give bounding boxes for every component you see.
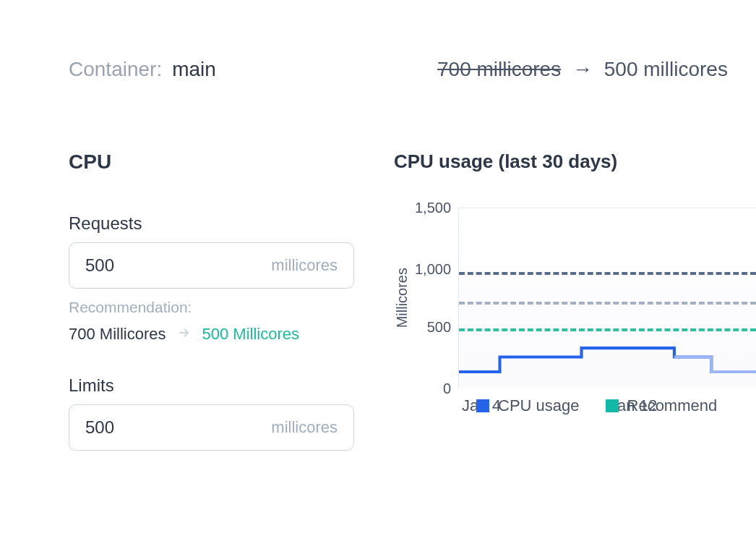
container-label: Container: xyxy=(69,58,162,81)
header-change: 700 millicores → 500 millicores xyxy=(437,58,728,81)
recommendation-to: 500 Millicores xyxy=(202,325,300,344)
requests-label: Requests xyxy=(69,213,354,234)
y-tick: 1,000 xyxy=(415,262,451,276)
recommendation-row: 700 Millicores 500 Millicores xyxy=(69,325,354,344)
requests-input-group[interactable]: millicores xyxy=(69,242,354,289)
container-name: main xyxy=(172,58,216,81)
change-new: 500 millicores xyxy=(604,58,728,80)
y-tick: 500 xyxy=(415,320,451,334)
recommendation-label: Recommendation: xyxy=(69,299,354,316)
chart-legend: CPU usage Recommend xyxy=(476,396,717,415)
chart-wrap: Millicores 1,500 1,000 500 0 Jan 4 Jan 1… xyxy=(394,208,756,388)
recommendation-from: 700 Millicores xyxy=(69,325,166,344)
limits-unit: millicores xyxy=(271,418,338,437)
chart-title: CPU usage (last 30 days) xyxy=(394,150,756,173)
requests-input[interactable] xyxy=(85,255,271,276)
requests-unit: millicores xyxy=(271,256,338,275)
change-old: 700 millicores xyxy=(437,58,561,80)
limits-label: Limits xyxy=(69,375,354,396)
y-tick: 0 xyxy=(415,381,451,396)
square-icon xyxy=(476,399,489,412)
arrow-right-icon: → xyxy=(572,58,593,80)
legend-recommended: Recommend xyxy=(606,396,718,415)
legend-recommended-label: Recommend xyxy=(627,396,718,415)
square-icon xyxy=(606,399,619,412)
arrow-right-icon xyxy=(176,325,192,344)
legend-usage-label: CPU usage xyxy=(498,396,580,415)
plot-area: Jan 4 Jan 12 xyxy=(458,208,756,388)
cpu-title: CPU xyxy=(69,150,354,174)
y-axis-label: Millicores xyxy=(394,268,411,328)
limits-input[interactable] xyxy=(85,417,271,438)
chart-panel: CPU usage (last 30 days) Millicores 1,50… xyxy=(394,150,756,388)
usage-line xyxy=(459,208,756,394)
y-axis-ticks: 1,500 1,000 500 0 xyxy=(415,208,458,388)
limits-input-group[interactable]: millicores xyxy=(69,404,354,451)
legend-usage: CPU usage xyxy=(476,396,580,415)
y-tick: 1,500 xyxy=(415,200,451,215)
cpu-panel: CPU Requests millicores Recommendation: … xyxy=(69,150,354,461)
